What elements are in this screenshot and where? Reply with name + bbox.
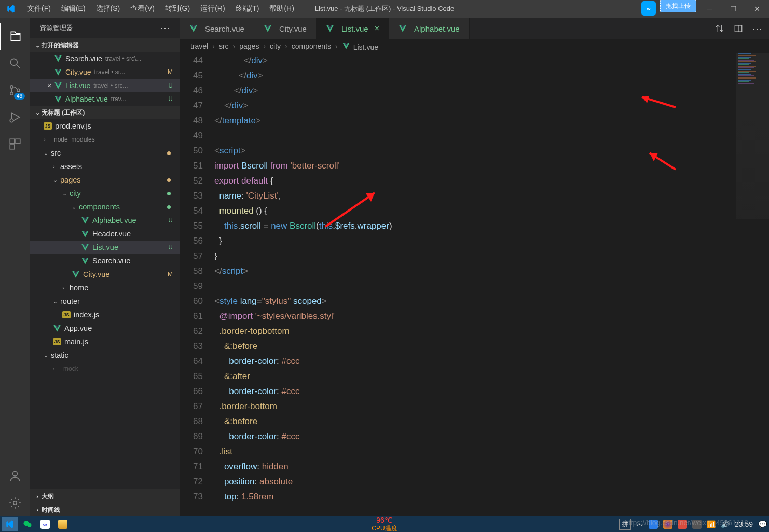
tree-item-assets[interactable]: ›assets <box>30 160 180 173</box>
editor-filename: City.vue <box>65 68 91 76</box>
tree-item-List.vue[interactable]: List.vueU <box>30 241 180 254</box>
tab-more-icon[interactable]: ⋯ <box>752 23 762 34</box>
tree-item-App.vue[interactable]: App.vue <box>30 321 180 335</box>
code-editor[interactable]: 4445464748495051525354555657585960616263… <box>180 53 769 516</box>
svg-point-1 <box>10 86 13 88</box>
tree-item-node_modules[interactable]: ›node_modules <box>30 133 180 146</box>
vscode-logo-icon <box>6 4 16 13</box>
tray-notifications-icon[interactable]: 💬 <box>758 520 767 528</box>
tree-item-label: static <box>51 351 68 359</box>
menu-帮助(H)[interactable]: 帮助(H) <box>264 4 299 13</box>
tab-Alphabet.vue[interactable]: Alphabet.vue <box>389 18 470 39</box>
watermark: https://blog.csdn.net/weixin_45861118 <box>625 519 748 527</box>
editor-path: travel • src\... <box>105 55 142 62</box>
editor-area: Search.vueCity.vueList.vue×Alphabet.vue … <box>180 18 769 516</box>
tree-item-pages[interactable]: ⌄pages <box>30 173 180 187</box>
tree-item-label: main.js <box>64 338 88 346</box>
open-editor-item[interactable]: Alphabet.vuetrav...U <box>30 92 180 106</box>
menu-编辑(E)[interactable]: 编辑(E) <box>56 4 91 13</box>
maximize-button[interactable]: ☐ <box>721 0 745 18</box>
tree-item-City.vue[interactable]: City.vueM <box>30 268 180 281</box>
account-activity-icon[interactable] <box>0 463 30 489</box>
tab-label: Search.vue <box>205 24 244 33</box>
windows-taskbar: ∞ 96℃ CPU温度 拼 ︿ 📶 🔊 23:59 💬 https://blog… <box>0 516 769 532</box>
sidebar-more-icon[interactable]: ⋯ <box>160 22 171 34</box>
tab-City.vue[interactable]: City.vue <box>254 18 317 39</box>
svg-point-2 <box>10 92 13 95</box>
upload-badge[interactable]: 拖拽上传 <box>660 0 696 12</box>
section-时间线[interactable]: ›时间线 <box>30 503 180 516</box>
menu-选择(S)[interactable]: 选择(S) <box>91 4 126 13</box>
close-icon[interactable]: × <box>375 24 379 33</box>
breadcrumb-item[interactable]: List.vue <box>342 41 378 51</box>
close-button[interactable]: ✕ <box>745 0 769 18</box>
explorer-activity-icon[interactable] <box>0 23 30 50</box>
menu-文件(F)[interactable]: 文件(F) <box>22 4 56 13</box>
cloud-sync-icon[interactable]: ∞ <box>641 1 656 16</box>
menu-运行(R)[interactable]: 运行(R) <box>195 4 230 13</box>
code-content[interactable]: </div> </div> </div> </div></template> <… <box>214 53 769 516</box>
compare-icon[interactable] <box>715 24 724 33</box>
menu-查看(V)[interactable]: 查看(V) <box>125 4 160 13</box>
tree-item-Header.vue[interactable]: Header.vue <box>30 227 180 241</box>
extensions-activity-icon[interactable] <box>0 131 30 158</box>
git-status: M <box>168 271 173 278</box>
scm-activity-icon[interactable]: 46 <box>0 77 30 104</box>
tree-item-label: city <box>70 189 81 198</box>
svg-rect-6 <box>16 139 20 144</box>
close-icon[interactable]: × <box>45 81 54 90</box>
tree-item-label: node_modules <box>54 136 95 143</box>
tree-item-label: City.vue <box>83 270 109 278</box>
tab-Search.vue[interactable]: Search.vue <box>180 18 254 39</box>
git-status: M <box>168 68 173 76</box>
breadcrumb-item[interactable]: components <box>292 42 331 50</box>
settings-activity-icon[interactable] <box>0 489 30 516</box>
tree-item-src[interactable]: ⌄src <box>30 146 180 160</box>
taskbar-explorer-icon[interactable] <box>55 517 71 531</box>
tree-item-label: components <box>79 203 120 211</box>
taskbar-baidu-icon[interactable]: ∞ <box>37 517 53 531</box>
tree-item-mock[interactable]: ›mock <box>30 362 180 375</box>
scm-badge: 46 <box>14 93 25 100</box>
editor-path: trav... <box>111 95 126 103</box>
workspace-header[interactable]: ⌄无标题 (工作区) <box>30 106 180 119</box>
debug-activity-icon[interactable] <box>0 104 30 131</box>
search-activity-icon[interactable] <box>0 50 30 77</box>
breadcrumb-item[interactable]: travel <box>190 42 208 50</box>
breadcrumb[interactable]: travel›src›pages›city›components›List.vu… <box>180 39 769 53</box>
tree-item-main.js[interactable]: JSmain.js <box>30 335 180 348</box>
open-editor-item[interactable]: City.vuetravel • sr...M <box>30 65 180 79</box>
tree-item-Search.vue[interactable]: Search.vue <box>30 254 180 268</box>
open-editor-item[interactable]: Search.vuetravel • src\... <box>30 52 180 65</box>
tree-item-router[interactable]: ⌄router <box>30 295 180 308</box>
tree-item-prod.env.js[interactable]: JSprod.env.js <box>30 119 180 133</box>
tree-item-static[interactable]: ⌄static <box>30 348 180 362</box>
open-editor-item[interactable]: ×List.vuetravel • src...U <box>30 79 180 92</box>
chevron-icon: › <box>53 366 60 372</box>
minimize-button[interactable]: ─ <box>697 0 721 18</box>
tree-item-label: pages <box>60 176 81 184</box>
breadcrumb-item[interactable]: src <box>219 42 229 50</box>
breadcrumb-sep: › <box>233 42 236 50</box>
tree-item-label: router <box>60 297 80 305</box>
menu-终端(T)[interactable]: 终端(T) <box>230 4 265 13</box>
taskbar-vscode-icon[interactable] <box>2 517 18 531</box>
svg-rect-7 <box>10 145 15 149</box>
open-editors-label: 打开的编辑器 <box>42 41 79 50</box>
chevron-icon: ⌄ <box>44 352 51 359</box>
taskbar-wechat-icon[interactable] <box>20 517 35 531</box>
tree-item-Alphabet.vue[interactable]: Alphabet.vueU <box>30 214 180 227</box>
tree-item-city[interactable]: ⌄city <box>30 187 180 200</box>
chevron-icon: › <box>53 163 60 170</box>
tree-item-components[interactable]: ⌄components <box>30 200 180 214</box>
breadcrumb-item[interactable]: pages <box>239 42 259 50</box>
tree-item-index.js[interactable]: JSindex.js <box>30 308 180 321</box>
section-大纲[interactable]: ›大纲 <box>30 489 180 503</box>
open-editors-header[interactable]: ⌄打开的编辑器 <box>30 38 180 52</box>
menu-转到(G)[interactable]: 转到(G) <box>160 4 195 13</box>
tab-List.vue[interactable]: List.vue× <box>317 18 389 39</box>
split-editor-icon[interactable] <box>734 24 743 33</box>
breadcrumb-item[interactable]: city <box>270 42 281 50</box>
tree-item-home[interactable]: ›home <box>30 281 180 295</box>
minimap[interactable] <box>736 53 769 219</box>
